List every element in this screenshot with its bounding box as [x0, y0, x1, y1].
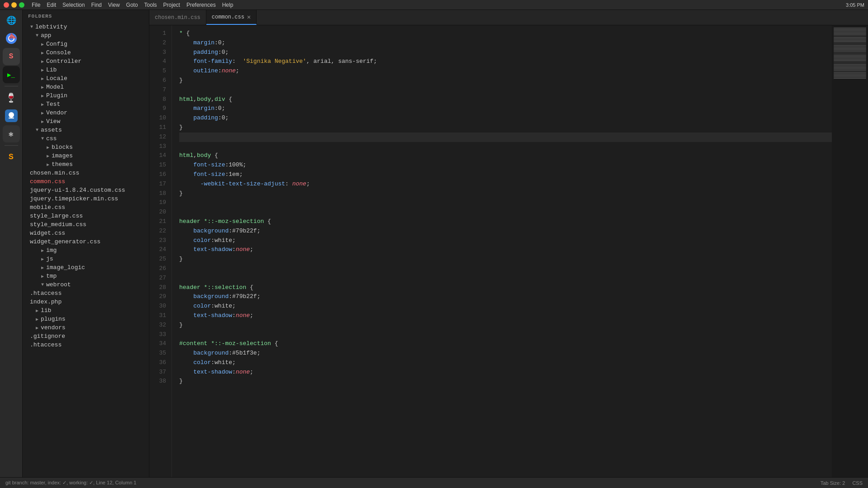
code-content[interactable]: * { margin:0; padding:0; font-family: 'S… — [172, 25, 832, 477]
tab-label: chosen.min.css — [155, 14, 200, 21]
sidebar-item-index-php[interactable]: index.php — [23, 298, 149, 306]
sidebar-item-widget-generator[interactable]: widget_generator.css — [23, 237, 149, 246]
sidebar-item-label: assets — [41, 127, 149, 133]
sidebar-item-js[interactable]: ▶ js — [23, 255, 149, 263]
code-line-12 — [179, 133, 832, 142]
sidebar-item-chosen-min-css[interactable]: chosen.min.css — [23, 169, 149, 177]
sidebar-item-common-css[interactable]: common.css — [23, 177, 149, 186]
sidebar-item-jquery-ui[interactable]: jquery-ui-1.8.24.custom.css — [23, 186, 149, 194]
sidebar-item-blocks[interactable]: ▶ blocks — [23, 143, 149, 152]
menu-preferences[interactable]: Preferences — [184, 1, 219, 9]
sidebar-item-label: Vendor — [46, 109, 149, 116]
dock-icon-asterisk[interactable]: ✱ — [3, 125, 20, 142]
sidebar-item-style-large[interactable]: style_large.css — [23, 212, 149, 220]
sidebar-item-label: chosen.min.css — [30, 170, 149, 176]
maximize-button[interactable] — [19, 2, 24, 8]
sidebar-item-themes[interactable]: ▶ themes — [23, 160, 149, 169]
sidebar-item-vendors[interactable]: ▶ vendors — [23, 323, 149, 332]
tab-close-button[interactable]: ✕ — [247, 13, 251, 21]
sidebar-item-view[interactable]: ▶ View — [23, 117, 149, 126]
sidebar-item-widget-css[interactable]: widget.css — [23, 229, 149, 237]
minimap-line — [834, 37, 866, 38]
minimap-line — [834, 56, 866, 57]
dock-icon-system[interactable]: 🌐 — [3, 12, 20, 29]
arrow-icon: ▶ — [33, 325, 41, 331]
dock-icon-wine[interactable]: 🍷 — [3, 89, 20, 106]
arrow-icon: ▶ — [44, 162, 52, 167]
tab-common-css[interactable]: common.css ✕ — [206, 10, 257, 25]
sidebar-item-mobile-css[interactable]: mobile.css — [23, 203, 149, 212]
minimap-line — [834, 36, 866, 37]
sidebar-item-assets[interactable]: ▼ assets — [23, 126, 149, 134]
sidebar-item-label: Controller — [46, 58, 149, 65]
sidebar-item-lebtivity[interactable]: ▼ lebtivity — [23, 23, 149, 31]
sidebar-item-image-logic[interactable]: ▶ image_logic — [23, 263, 149, 272]
sidebar-item-locale[interactable]: ▶ Locale — [23, 74, 149, 83]
menu-project[interactable]: Project — [161, 1, 183, 9]
sidebar-item-config[interactable]: ▶ Config — [23, 40, 149, 48]
minimap-content — [832, 25, 868, 81]
arrow-icon: ▼ — [28, 24, 35, 29]
sidebar-item-label: image_logic — [46, 264, 149, 271]
menu-file[interactable]: File — [29, 1, 43, 9]
menu-selection[interactable]: Selection — [60, 1, 87, 9]
sidebar-item-label: vendors — [41, 324, 149, 331]
minimize-button[interactable] — [11, 2, 17, 8]
sidebar-item-style-medium[interactable]: style_medium.css — [23, 220, 149, 229]
dock-icon-chrome[interactable] — [3, 30, 20, 47]
menu-edit[interactable]: Edit — [44, 1, 59, 9]
menu-tools[interactable]: Tools — [142, 1, 160, 9]
sidebar-item-gitignore[interactable]: .gitignore — [23, 332, 149, 341]
dock-icon-sublime[interactable]: S — [3, 48, 20, 65]
menu-bar-right: 3:05 PM — [846, 2, 864, 8]
sidebar-item-label: style_medium.css — [30, 221, 149, 228]
tab-chosen-min-css[interactable]: chosen.min.css — [149, 10, 206, 25]
dock-icon-finder[interactable] — [3, 107, 20, 124]
sidebar-item-label: Lib — [46, 66, 149, 73]
code-line-18: } — [179, 189, 832, 199]
minimap-line — [834, 33, 866, 34]
sidebar-item-model[interactable]: ▶ Model — [23, 83, 149, 91]
minimap-line — [834, 67, 866, 68]
sidebar-item-label: .htaccess — [30, 290, 149, 297]
code-line-21: header *::-moz-selection { — [179, 217, 832, 227]
sidebar-item-vendor[interactable]: ▶ Vendor — [23, 109, 149, 117]
sidebar-item-label: widget_generator.css — [30, 238, 149, 245]
sidebar-item-app[interactable]: ▼ app — [23, 31, 149, 40]
dock-icon-terminal[interactable]: ▶_ — [3, 66, 20, 83]
sidebar-item-console[interactable]: ▶ Console — [23, 48, 149, 57]
code-line-26 — [179, 264, 832, 274]
menu-find[interactable]: Find — [88, 1, 104, 9]
sidebar-item-images[interactable]: ▶ images — [23, 152, 149, 160]
sidebar-item-lib2[interactable]: ▶ lib — [23, 306, 149, 315]
sidebar-item-controller[interactable]: ▶ Controller — [23, 57, 149, 66]
line-numbers: 1234567891011121314151617181920212223242… — [149, 25, 172, 477]
menu-help[interactable]: Help — [219, 1, 236, 9]
sidebar-item-tmp[interactable]: ▶ tmp — [23, 272, 149, 280]
code-line-5: outline:none; — [179, 66, 832, 76]
sidebar-item-plugins[interactable]: ▶ plugins — [23, 315, 149, 323]
minimap-line — [834, 59, 866, 60]
minimap — [832, 25, 868, 477]
sidebar-item-plugin[interactable]: ▶ Plugin — [23, 91, 149, 100]
code-line-34: #content *::-moz-selection { — [179, 339, 832, 349]
sidebar-item-img[interactable]: ▶ img — [23, 246, 149, 255]
sidebar-item-lib[interactable]: ▶ Lib — [23, 66, 149, 74]
code-line-29: background:#79b22f; — [179, 292, 832, 302]
sidebar-item-webroot[interactable]: ▼ webroot — [23, 280, 149, 289]
arrow-icon: ▼ — [33, 33, 41, 38]
sidebar-item-test[interactable]: ▶ Test — [23, 100, 149, 109]
close-button[interactable] — [4, 2, 9, 8]
minimap-line — [834, 72, 866, 73]
arrow-icon: ▶ — [33, 308, 41, 313]
dock-icon-app[interactable]: S — [3, 148, 20, 166]
sidebar-item-label: blocks — [52, 144, 149, 151]
sidebar-item-htaccess[interactable]: .htaccess — [23, 289, 149, 298]
menu-view[interactable]: View — [105, 1, 123, 9]
code-line-22: background:#79b22f; — [179, 227, 832, 236]
sidebar-item-htaccess-root[interactable]: .htaccess — [23, 341, 149, 349]
menu-goto[interactable]: Goto — [124, 1, 141, 9]
code-line-36: color:white; — [179, 358, 832, 368]
sidebar-item-css[interactable]: ▼ css — [23, 134, 149, 143]
sidebar-item-jquery-timepicker[interactable]: jquery.timepicker.min.css — [23, 194, 149, 203]
